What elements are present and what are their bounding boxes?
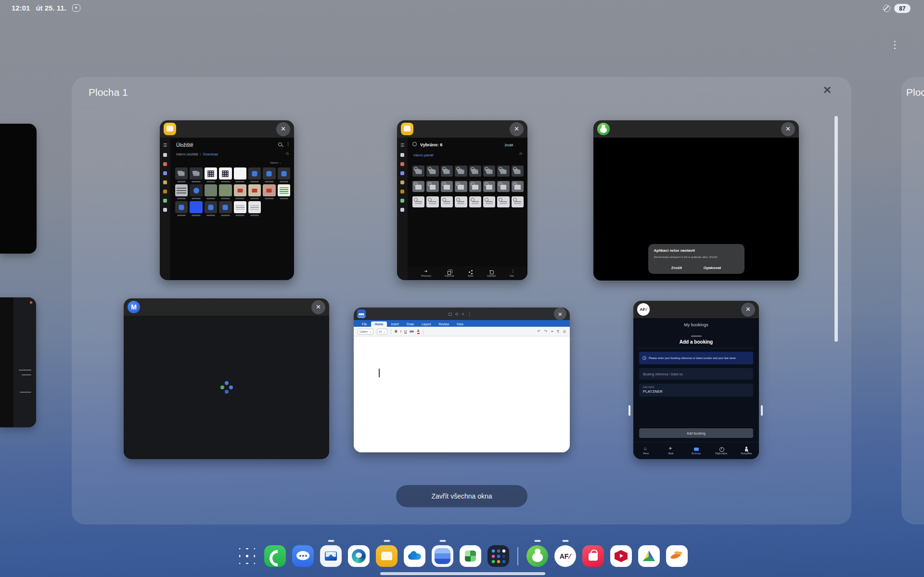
file-thumbnail[interactable] (175, 167, 188, 180)
green-suite-icon[interactable] (460, 545, 481, 567)
window-titlebar[interactable]: × (397, 120, 527, 138)
format-u-button[interactable]: U (404, 329, 407, 333)
selected-file-thumbnail[interactable] (455, 181, 467, 192)
galaxy-store-icon[interactable] (582, 545, 604, 567)
selected-file-thumbnail[interactable] (412, 166, 424, 177)
toolbar-icon[interactable]: ◇ (455, 312, 458, 316)
menu-tab-home[interactable]: Home (371, 321, 386, 327)
editor-titlebar-icons[interactable]: ▢◇<⋮ (449, 312, 471, 316)
sidebar-item-icon[interactable] (400, 190, 404, 193)
close-window-icon[interactable]: × (741, 303, 755, 317)
add-booking-button[interactable]: Add booking (639, 428, 753, 438)
toolbar-icon[interactable]: < (462, 312, 464, 316)
file-thumbnail[interactable] (190, 201, 202, 213)
af-nav-home[interactable]: Home (633, 442, 658, 459)
menu-tab-view[interactable]: View (453, 321, 467, 327)
dock-social-apps-folder[interactable] (488, 545, 509, 567)
selected-file-thumbnail[interactable] (483, 181, 495, 192)
selected-file-thumbnail[interactable] (512, 181, 524, 192)
dock-orange-wing-app[interactable] (666, 545, 688, 567)
dock-alza[interactable] (526, 545, 548, 567)
files-sidebar[interactable]: ☰ (397, 138, 408, 280)
font-color-button[interactable]: A (417, 329, 420, 334)
close-all-windows-button[interactable]: Zavřít všechna okna (396, 485, 527, 507)
toolbar-icon[interactable]: ◎ (563, 329, 566, 333)
window-titlebar[interactable]: ▢◇<⋮ × (354, 308, 570, 320)
selected-file-thumbnail[interactable] (497, 181, 509, 192)
favorite-star-icon[interactable]: ☆ (519, 151, 523, 156)
dock-email[interactable] (320, 545, 342, 567)
menu-tab-draw[interactable]: Draw (403, 321, 417, 327)
file-thumbnail[interactable] (190, 167, 202, 180)
file-thumbnail[interactable] (219, 184, 231, 196)
selected-file-thumbnail[interactable] (483, 196, 495, 207)
dock-air-france[interactable]: AF/ (554, 545, 576, 567)
selected-file-thumbnail[interactable] (441, 181, 453, 192)
offscreen-window-top[interactable] (0, 124, 37, 254)
phone-icon[interactable] (264, 545, 286, 567)
sidebar-item-icon[interactable] (163, 162, 167, 166)
breadcrumb-root[interactable]: Interní úložiště (176, 153, 198, 156)
dock-phone[interactable] (264, 545, 286, 567)
format-buttons[interactable]: BIUab (395, 329, 413, 333)
format-i-button[interactable]: I (400, 329, 401, 333)
document-canvas[interactable] (354, 349, 570, 452)
select-all-checkbox[interactable] (412, 142, 417, 146)
file-thumbnail[interactable] (248, 167, 261, 180)
sidebar-item-icon[interactable] (400, 199, 404, 203)
dock-edge-browser[interactable] (348, 545, 370, 567)
google-drive-icon[interactable] (638, 545, 660, 567)
messages-icon[interactable] (292, 545, 314, 567)
air-france-icon[interactable]: AF/ (554, 545, 576, 567)
selected-file-thumbnail[interactable] (426, 181, 438, 192)
last-name-input[interactable]: Last name PLATZNER (639, 384, 753, 397)
search-icon[interactable] (278, 142, 282, 146)
booking-reference-input[interactable]: Booking reference / ticket no. (639, 368, 753, 380)
window-resize-handle-left[interactable] (629, 405, 630, 416)
home-indicator-bar[interactable] (380, 572, 545, 575)
selected-file-thumbnail[interactable] (455, 196, 467, 207)
dock-my-files[interactable] (376, 545, 398, 567)
sidebar-item-icon[interactable] (400, 153, 404, 157)
sheet-drag-handle[interactable] (691, 335, 702, 337)
file-thumbnail[interactable] (248, 201, 261, 213)
alza-icon[interactable] (526, 545, 548, 567)
sidebar-item-icon[interactable] (400, 171, 404, 175)
selected-file-thumbnail[interactable] (426, 166, 438, 177)
selected-file-thumbnail[interactable] (441, 196, 453, 207)
favorite-star-icon[interactable]: ☆ (285, 151, 289, 156)
orange-wing-app-icon[interactable] (666, 545, 688, 567)
af-nav-status[interactable]: Flight status (709, 442, 734, 459)
format-b-button[interactable]: B (395, 329, 397, 333)
file-thumbnail[interactable] (175, 201, 188, 213)
file-thumbnail[interactable] (219, 167, 231, 180)
sidebar-item-icon[interactable] (400, 208, 404, 212)
window-document-editor[interactable]: ▢◇<⋮ × FileHomeInsertDrawLayoutReviewVie… (354, 308, 570, 452)
sidebar-item-icon[interactable] (400, 180, 404, 184)
close-window-icon[interactable]: × (311, 300, 325, 314)
file-thumbnail[interactable] (205, 167, 217, 180)
file-thumbnail[interactable] (278, 167, 290, 180)
sidebar-item-icon[interactable]: ☰ (163, 143, 167, 148)
window-m-app-loading[interactable]: M × (124, 298, 329, 459)
sidebar-item-icon[interactable] (163, 208, 167, 212)
breadcrumb[interactable]: Interní úložiště › Download (176, 153, 218, 156)
font-size-select[interactable]: 11⌄ (377, 329, 387, 334)
window-resize-handle-right[interactable] (761, 405, 763, 416)
editor-toolbar-right[interactable]: ↶↷≡¶◎ (537, 329, 566, 333)
window-titlebar[interactable]: × (160, 120, 294, 138)
files-sidebar[interactable]: ☰ (160, 138, 170, 280)
window-my-files-browse[interactable]: × ☰ Úložiště ⋮ Interní úložiště › Downlo… (160, 120, 294, 280)
selected-file-thumbnail[interactable] (469, 196, 481, 207)
toolbar-icon[interactable]: ⋮ (467, 312, 471, 316)
file-thumbnail[interactable] (205, 201, 217, 213)
dialog-cancel-button[interactable]: Zrušit (671, 266, 682, 270)
toolbar-icon[interactable]: ≡ (551, 329, 553, 333)
window-titlebar[interactable]: × (593, 120, 799, 138)
sidebar-item-icon[interactable] (163, 190, 167, 193)
menu-tab-insert[interactable]: Insert (388, 321, 402, 327)
dock-onedrive[interactable] (404, 545, 425, 567)
window-air-france[interactable]: AF/ × My bookings Add a booking i Please… (633, 301, 759, 459)
font-name-select[interactable]: Calibri⌄ (358, 329, 373, 334)
format-ab-button[interactable]: ab (410, 329, 413, 333)
